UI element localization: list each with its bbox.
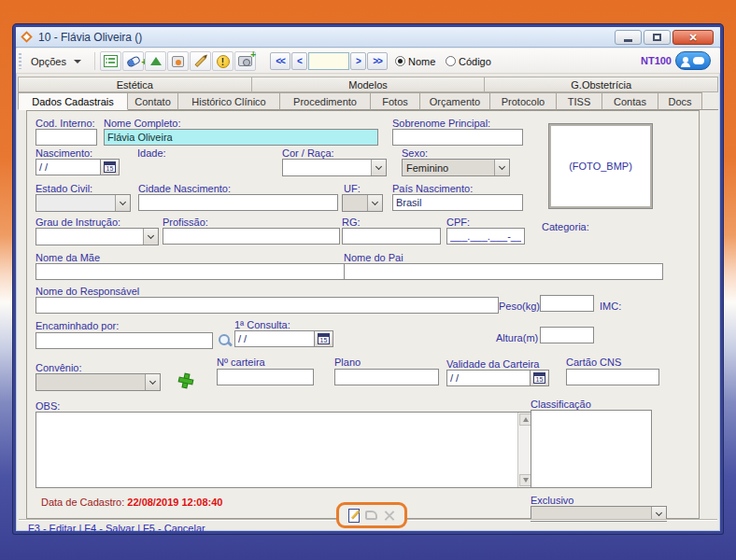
cor-raca-select[interactable]: [282, 159, 387, 176]
chevron-down-icon: [143, 229, 158, 245]
radio-codigo-label: Código: [459, 56, 491, 67]
classificacao-listbox[interactable]: [531, 410, 652, 488]
altura-label: Altura(m): [496, 332, 538, 343]
nome-responsavel-input[interactable]: [35, 297, 499, 314]
tab-modelos[interactable]: Modelos: [252, 77, 486, 92]
radio-nome[interactable]: [395, 56, 405, 66]
validade-calendar-button[interactable]: 15: [531, 370, 549, 386]
encaminhado-label: Encaminhado por:: [35, 320, 119, 331]
convenio-select[interactable]: [35, 373, 161, 391]
grau-instrucao-select[interactable]: [35, 228, 159, 245]
cartao-cns-input[interactable]: [566, 369, 659, 385]
primeira-consulta-calendar-button[interactable]: 15: [315, 330, 333, 347]
package-button[interactable]: [167, 51, 189, 71]
records-button[interactable]: [100, 51, 121, 71]
radio-codigo[interactable]: [446, 56, 456, 66]
estado-civil-label: Estado Civil:: [35, 183, 92, 194]
app-window: 10 - Flávia Oliveira () ✕ Opções ! << < …: [13, 24, 723, 534]
uf-select[interactable]: [342, 194, 383, 212]
primeira-consulta-input[interactable]: [234, 330, 315, 347]
search-input[interactable]: [308, 52, 349, 70]
search-icon[interactable]: [218, 333, 233, 348]
categoria-label: Categoria:: [542, 221, 589, 232]
validade-carteira-input[interactable]: [446, 370, 531, 386]
tab-estetica[interactable]: Estética: [18, 77, 252, 92]
nav-last-button[interactable]: >>: [367, 52, 388, 70]
altura-input[interactable]: [540, 327, 594, 343]
cod-interno-input[interactable]: [35, 129, 97, 146]
tab-contas[interactable]: Contas: [602, 92, 658, 110]
tab-docs[interactable]: Docs: [658, 92, 702, 110]
tab-gobstetricia[interactable]: G.Obstetrícia: [485, 77, 718, 92]
nome-completo-input[interactable]: [104, 129, 378, 146]
toolbar-grip[interactable]: [19, 53, 21, 69]
imc-label: IMC:: [600, 301, 621, 312]
tab-contato[interactable]: Contato: [128, 92, 178, 110]
tab-orcamento[interactable]: Orçamento: [420, 92, 490, 110]
add-photo-button[interactable]: [234, 51, 256, 71]
cidade-nascimento-input[interactable]: [138, 194, 338, 211]
alert-button[interactable]: !: [212, 51, 234, 71]
plano-input[interactable]: [334, 369, 439, 385]
sobrenome-input[interactable]: [392, 129, 523, 146]
tab-tiss[interactable]: TISS: [557, 92, 602, 110]
data-cadastro-label: Data de Cadastro:: [41, 497, 124, 508]
nome-pai-input[interactable]: [344, 263, 663, 280]
radio-nome-label: Nome: [408, 56, 435, 67]
sexo-label: Sexo:: [402, 147, 428, 159]
nascimento-input[interactable]: [35, 159, 101, 175]
validade-carteira-label: Validade da Carteira: [446, 358, 539, 370]
rg-input[interactable]: [342, 228, 441, 245]
records-icon: [104, 55, 118, 67]
person-icon: [683, 57, 688, 63]
nav-first-button[interactable]: <<: [270, 52, 290, 70]
add-convenio-icon[interactable]: [178, 373, 194, 389]
nav-next-button[interactable]: >: [350, 52, 366, 70]
data-cadastro-value: 22/08/2019 12:08:40: [127, 497, 222, 508]
options-label: Opções: [31, 56, 66, 67]
chart-button[interactable]: [145, 51, 166, 71]
obs-scrollbar[interactable]: [517, 413, 531, 487]
calendar-icon: 15: [318, 333, 330, 344]
close-icon: ✕: [688, 32, 697, 44]
edit-icon[interactable]: [348, 509, 360, 523]
tab-historico-clinico[interactable]: Histórico Clínico: [178, 92, 280, 110]
tab-protocolo[interactable]: Protocolo: [490, 92, 557, 110]
options-menu-button[interactable]: Opções: [25, 52, 87, 70]
toolbar: Opções ! << < > >> Nome Código NT100: [16, 49, 720, 74]
nascimento-calendar-button[interactable]: 15: [101, 159, 120, 175]
cpf-label: CPF:: [446, 217, 470, 228]
tab-filler: [702, 92, 718, 110]
obs-textarea[interactable]: [35, 412, 532, 488]
sexo-select[interactable]: Feminino: [402, 159, 510, 176]
minimize-button[interactable]: [615, 30, 642, 45]
tab-procedimento[interactable]: Procedimento: [280, 92, 371, 110]
encaminhado-input[interactable]: [35, 332, 213, 349]
chat-bubble-icon: [693, 57, 704, 64]
patient-photo-placeholder[interactable]: (FOTO_BMP): [549, 124, 652, 208]
close-button[interactable]: ✕: [672, 30, 714, 45]
tab-dados-cadastrais[interactable]: Dados Cadastrais: [18, 92, 128, 110]
chevron-down-icon: [145, 374, 160, 390]
pais-nascimento-input[interactable]: [392, 194, 523, 211]
tab-fotos[interactable]: Fotos: [371, 92, 420, 110]
profissao-input[interactable]: [163, 228, 340, 245]
support-chat-button[interactable]: [675, 51, 711, 70]
chevron-down-icon: [371, 160, 386, 175]
rg-label: RG:: [342, 217, 361, 228]
cpf-input[interactable]: [446, 228, 525, 245]
nome-mae-input[interactable]: [35, 263, 346, 280]
edit-button[interactable]: [190, 51, 211, 71]
add-medication-button[interactable]: [122, 51, 144, 71]
nav-prev-button[interactable]: <: [291, 52, 307, 70]
maximize-button[interactable]: [644, 30, 671, 45]
classificacao-label: Classificação: [531, 399, 591, 410]
toolbar-separator: [94, 52, 95, 70]
peso-input[interactable]: [540, 295, 594, 312]
maximize-icon: [653, 34, 661, 41]
window-title: 10 - Flávia Oliveira (): [38, 31, 142, 44]
primeira-consulta-label: 1ª Consulta:: [234, 319, 290, 330]
estado-civil-select[interactable]: [35, 194, 131, 212]
exclusivo-label: Exclusivo: [531, 495, 573, 506]
num-carteira-input[interactable]: [217, 369, 314, 385]
